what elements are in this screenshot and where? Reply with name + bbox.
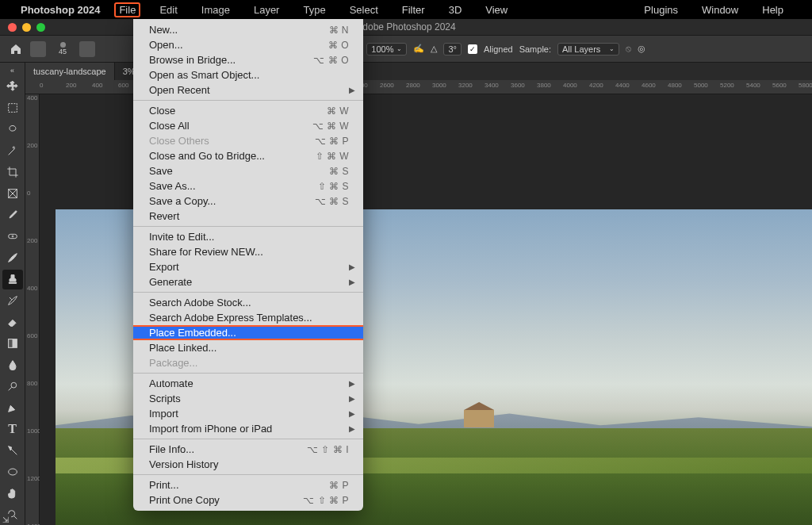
menu-view[interactable]: View: [481, 2, 512, 17]
pressure-icon[interactable]: ◎: [638, 44, 645, 54]
chevron-right-icon: ▶: [349, 379, 355, 388]
menu-3d[interactable]: 3D: [444, 2, 467, 17]
menu-file[interactable]: File: [114, 2, 140, 17]
file-menu-place-linked[interactable]: Place Linked...: [133, 340, 363, 355]
file-menu-save-as[interactable]: Save As...⇧ ⌘ S: [133, 178, 363, 194]
file-menu-file-info[interactable]: File Info...⌥ ⇧ ⌘ I: [133, 442, 363, 457]
tool-preset-icon[interactable]: [30, 41, 46, 57]
sample-dropdown[interactable]: All Layers⌄: [557, 43, 619, 56]
options-bar: 45 Flow: 100%⌄ ✍ △ 3° ✓ Aligned Sample: …: [0, 35, 812, 63]
chevron-right-icon: ▶: [349, 424, 355, 433]
move-tool[interactable]: [2, 77, 23, 97]
svg-rect-0: [8, 104, 17, 113]
ruler-vertical[interactable]: 4002000200400600800100012001400: [25, 94, 40, 525]
chevron-right-icon: ▶: [349, 262, 355, 271]
file-menu-browse-in-bridge[interactable]: Browse in Bridge...⌥ ⌘ O: [133, 52, 363, 67]
home-icon[interactable]: [8, 41, 24, 57]
brush-settings-icon[interactable]: [79, 41, 95, 57]
collapse-icon[interactable]: «: [2, 66, 23, 75]
wand-tool[interactable]: [2, 141, 23, 161]
brush-preview[interactable]: 45: [52, 39, 73, 59]
angle-input[interactable]: 3°: [443, 43, 462, 56]
file-menu-export[interactable]: Export▶: [133, 259, 363, 274]
file-menu-open-as-smart-object[interactable]: Open as Smart Object...: [133, 67, 363, 82]
menu-select[interactable]: Select: [345, 2, 383, 17]
macos-menubar: Photoshop 2024 FileEditImageLayerTypeSel…: [0, 0, 812, 19]
menu-plugins[interactable]: Plugins: [639, 2, 683, 17]
dodge-tool[interactable]: [2, 377, 23, 397]
file-menu-import-from-iphone-or-ipad[interactable]: Import from iPhone or iPad▶: [133, 421, 363, 436]
blur-tool[interactable]: [2, 355, 23, 375]
file-menu-save-a-copy[interactable]: Save a Copy...⌥ ⌘ S: [133, 194, 363, 209]
menu-window[interactable]: Window: [697, 2, 743, 17]
stamp-tool[interactable]: [2, 270, 23, 289]
ellipse-tool[interactable]: [2, 462, 23, 482]
airbrush-icon[interactable]: ✍: [413, 44, 424, 54]
window-title: Adobe Photoshop 2024: [356, 21, 455, 33]
file-menu-invite-to-edit[interactable]: Invite to Edit...: [133, 229, 363, 244]
chevron-right-icon: ▶: [349, 86, 355, 94]
history-brush-tool[interactable]: [2, 291, 23, 311]
minimize-window-button[interactable]: [22, 23, 31, 32]
aligned-checkbox[interactable]: ✓: [468, 44, 477, 54]
file-menu-print-one-copy[interactable]: Print One Copy⌥ ⇧ ⌘ P: [133, 492, 363, 508]
flow-input[interactable]: 100%⌄: [366, 43, 407, 56]
menu-type[interactable]: Type: [298, 2, 330, 17]
traffic-lights: [8, 23, 45, 32]
crop-tool[interactable]: [2, 163, 23, 182]
menu-help[interactable]: Help: [757, 2, 788, 17]
window-titlebar: Adobe Photoshop 2024: [0, 19, 812, 35]
menu-filter[interactable]: Filter: [397, 2, 430, 17]
file-menu-print[interactable]: Print...⌘ P: [133, 477, 363, 492]
file-menu-open-recent[interactable]: Open Recent▶: [133, 82, 363, 98]
file-menu-version-history[interactable]: Version History: [133, 457, 363, 472]
frame-tool[interactable]: [2, 184, 23, 204]
file-menu-place-embedded[interactable]: Place Embedded...: [133, 325, 363, 340]
file-menu-search-adobe-express-templates[interactable]: Search Adobe Express Templates...: [133, 310, 363, 325]
svg-point-6: [8, 469, 17, 475]
aligned-label: Aligned: [484, 44, 513, 54]
file-menu-generate[interactable]: Generate▶: [133, 274, 363, 289]
document-tab[interactable]: tuscany-landscape: [25, 63, 115, 80]
fullscreen-window-button[interactable]: [36, 23, 45, 32]
close-window-button[interactable]: [8, 23, 17, 32]
file-menu-search-adobe-stock[interactable]: Search Adobe Stock...: [133, 295, 363, 310]
file-menu-close[interactable]: Close⌘ W: [133, 103, 363, 118]
file-menu-close-others: Close Others⌥ ⌘ P: [133, 133, 363, 148]
file-menu-close-all[interactable]: Close All⌥ ⌘ W: [133, 118, 363, 133]
file-menu-automate[interactable]: Automate▶: [133, 376, 363, 391]
file-menu-share-for-review-new[interactable]: Share for Review NEW...: [133, 244, 363, 259]
file-menu-dropdown: New...⌘ NOpen...⌘ OBrowse in Bridge...⌥ …: [133, 19, 363, 511]
file-menu-new[interactable]: New...⌘ N: [133, 22, 363, 37]
lasso-tool[interactable]: [2, 120, 23, 140]
file-menu-close-and-go-to-bridge[interactable]: Close and Go to Bridge...⇧ ⌘ W: [133, 148, 363, 163]
hand-tool[interactable]: [2, 484, 23, 504]
document-tab-name: tuscany-landscape: [33, 67, 106, 76]
tools-panel: « T: [0, 63, 25, 525]
path-tool[interactable]: [2, 441, 23, 461]
file-menu-scripts[interactable]: Scripts▶: [133, 391, 363, 406]
gradient-tool[interactable]: [2, 334, 23, 354]
menu-layer[interactable]: Layer: [249, 2, 285, 17]
svg-point-5: [11, 383, 17, 389]
expand-handle-icon[interactable]: ⇲: [0, 514, 11, 525]
file-menu-package: Package...: [133, 355, 363, 370]
svg-rect-4: [8, 339, 12, 348]
menu-image[interactable]: Image: [197, 2, 235, 17]
ignore-adjustment-icon[interactable]: ⦸: [626, 44, 631, 54]
app-name[interactable]: Photoshop 2024: [21, 4, 100, 16]
file-menu-save[interactable]: Save⌘ S: [133, 163, 363, 178]
file-menu-revert[interactable]: Revert: [133, 209, 363, 224]
type-tool[interactable]: T: [2, 420, 23, 439]
eyedropper-tool[interactable]: [2, 205, 23, 225]
brush-tool[interactable]: [2, 248, 23, 268]
marquee-tool[interactable]: [2, 98, 23, 118]
menu-edit[interactable]: Edit: [155, 2, 182, 17]
heal-tool[interactable]: [2, 227, 23, 247]
chevron-right-icon: ▶: [349, 409, 355, 418]
chevron-right-icon: ▶: [349, 278, 355, 286]
file-menu-open[interactable]: Open...⌘ O: [133, 37, 363, 52]
pen-tool[interactable]: [2, 398, 23, 418]
file-menu-import[interactable]: Import▶: [133, 406, 363, 421]
eraser-tool[interactable]: [2, 312, 23, 332]
